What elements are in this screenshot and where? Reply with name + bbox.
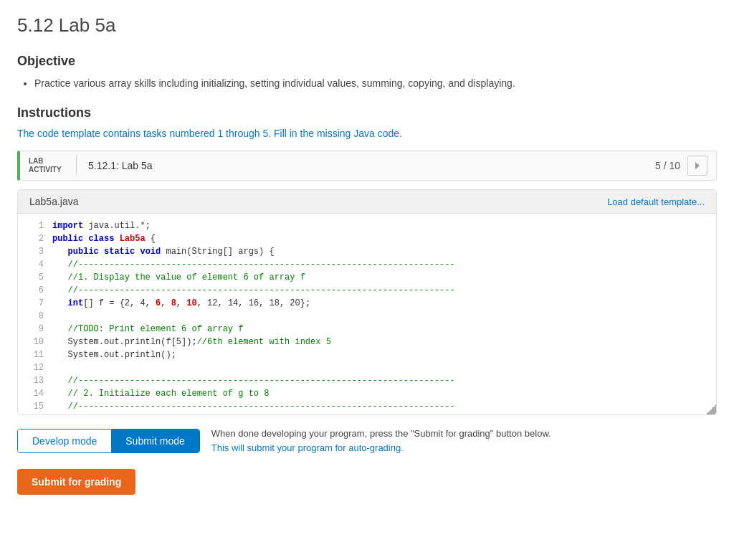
code-line: 16 int[] g = new int[7]; bbox=[18, 413, 716, 414]
code-line: 11 System.out.println(); bbox=[18, 348, 716, 361]
code-line: 7 int[] f = {2, 4, 6, 8, 10, 12, 14, 16,… bbox=[18, 297, 716, 310]
code-line: 3 public static void main(String[] args)… bbox=[18, 245, 716, 258]
code-resize-handle[interactable] bbox=[706, 404, 716, 414]
code-line: 4 //------------------------------------… bbox=[18, 258, 716, 271]
lab-activity-icon bbox=[687, 156, 707, 176]
code-editor-container: Lab5a.java Load default template... 1 im… bbox=[17, 189, 717, 415]
code-line: 8 bbox=[18, 310, 716, 323]
svg-marker-0 bbox=[695, 162, 700, 169]
page-title: 5.12 Lab 5a bbox=[17, 14, 717, 37]
instructions-title: Instructions bbox=[17, 105, 717, 120]
code-line: 10 System.out.println(f[5]);//6th elemen… bbox=[18, 336, 716, 348]
lab-activity-label: LAB ACTIVITY bbox=[29, 157, 65, 174]
code-line: 9 //TODO: Print element 6 of array f bbox=[18, 323, 716, 336]
code-line: 1 import java.util.*; bbox=[18, 219, 716, 232]
objective-title: Objective bbox=[17, 54, 717, 69]
mode-btn-group: Develop mode Submit mode bbox=[17, 429, 200, 453]
objective-bullet: Practice various array skills including … bbox=[34, 76, 717, 91]
instructions-text: The code template contains tasks numbere… bbox=[17, 128, 717, 139]
code-line: 6 //------------------------------------… bbox=[18, 284, 716, 297]
code-area[interactable]: 1 import java.util.*; 2 public class Lab… bbox=[18, 214, 716, 414]
code-editor-header: Lab5a.java Load default template... bbox=[18, 190, 716, 214]
load-default-link[interactable]: Load default template... bbox=[607, 196, 705, 207]
code-editor-title: Lab5a.java bbox=[29, 196, 79, 207]
develop-mode-button[interactable]: Develop mode bbox=[18, 430, 111, 452]
lab-activity-divider bbox=[76, 156, 77, 176]
submit-for-grading-button[interactable]: Submit for grading bbox=[17, 469, 135, 495]
code-line: 12 bbox=[18, 361, 716, 374]
instructions-section: Instructions The code template contains … bbox=[17, 105, 717, 139]
code-line: 14 // 2. Initialize each element of g to… bbox=[18, 387, 716, 400]
mode-controls: Develop mode Submit mode When done devel… bbox=[17, 427, 717, 455]
code-line: 2 public class Lab5a { bbox=[18, 232, 716, 245]
objective-section: Objective Practice various array skills … bbox=[17, 54, 717, 91]
submit-mode-button[interactable]: Submit mode bbox=[111, 430, 199, 452]
lab-activity-name: 5.12.1: Lab 5a bbox=[88, 160, 655, 171]
lab-activity-score: 5 / 10 bbox=[655, 160, 680, 171]
code-line: 13 //-----------------------------------… bbox=[18, 374, 716, 387]
mode-description: When done developing your program, press… bbox=[211, 427, 570, 455]
code-line: 15 //-----------------------------------… bbox=[18, 400, 716, 413]
lab-activity-bar: LAB ACTIVITY 5.12.1: Lab 5a 5 / 10 bbox=[17, 151, 717, 181]
code-line: 5 //1. Display the value of element 6 of… bbox=[18, 271, 716, 284]
